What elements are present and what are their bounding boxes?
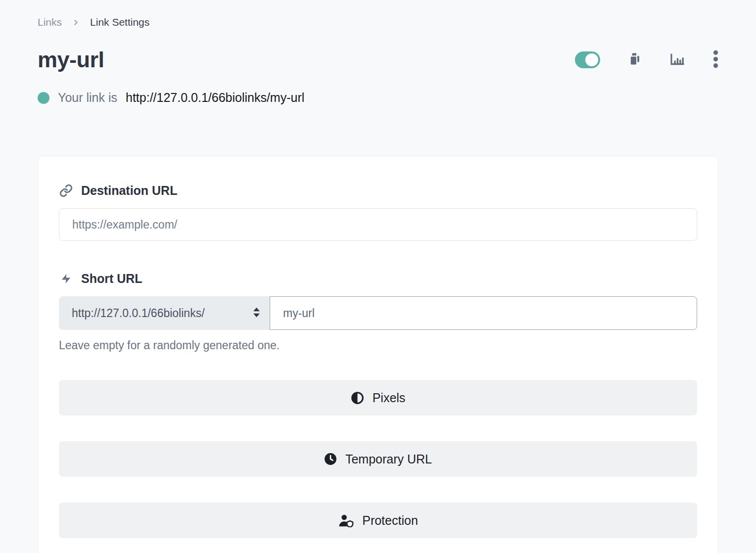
domain-select-value: http://127.0.0.1/66biolinks/ bbox=[72, 307, 205, 320]
select-arrows-icon bbox=[252, 307, 261, 320]
copy-link-button[interactable] bbox=[628, 52, 642, 68]
temporary-url-button[interactable]: Temporary URL bbox=[59, 441, 697, 477]
pixels-button-label: Pixels bbox=[373, 391, 406, 405]
pixels-button[interactable]: Pixels bbox=[59, 380, 697, 415]
header-row: my-url bbox=[38, 47, 718, 73]
breadcrumb-current: Link Settings bbox=[90, 16, 149, 28]
protection-button[interactable]: Protection bbox=[59, 503, 697, 538]
temporary-url-button-label: Temporary URL bbox=[345, 452, 432, 466]
breadcrumb-links[interactable]: Links bbox=[38, 16, 62, 28]
breadcrumb: Links Link Settings bbox=[38, 16, 718, 28]
kebab-menu-icon bbox=[713, 50, 718, 70]
short-url-help-text: Leave empty for a randomly generated one… bbox=[59, 339, 697, 352]
zap-icon bbox=[59, 273, 73, 285]
adjust-icon bbox=[351, 391, 364, 405]
page-title: my-url bbox=[38, 47, 104, 73]
short-link-url[interactable]: http://127.0.0.1/66biolinks/my-url bbox=[126, 91, 304, 105]
short-url-label-row: Short URL bbox=[59, 272, 697, 286]
short-url-input[interactable] bbox=[270, 296, 697, 330]
link-settings-page: Links Link Settings my-url bbox=[0, 0, 756, 553]
toggle-knob bbox=[585, 53, 598, 66]
copy-icon bbox=[628, 52, 642, 68]
more-options-button[interactable] bbox=[713, 50, 718, 70]
link-icon bbox=[59, 184, 73, 197]
short-url-section: Short URL http://127.0.0.1/66biolinks/ L… bbox=[59, 272, 697, 352]
short-url-row: http://127.0.0.1/66biolinks/ bbox=[59, 296, 697, 330]
link-active-toggle[interactable] bbox=[575, 51, 600, 68]
short-url-label: Short URL bbox=[81, 272, 142, 286]
user-shield-icon bbox=[338, 514, 354, 527]
domain-select[interactable]: http://127.0.0.1/66biolinks/ bbox=[59, 296, 270, 330]
bar-chart-icon bbox=[670, 52, 685, 67]
chevron-right-icon bbox=[72, 18, 80, 27]
clock-icon bbox=[324, 453, 337, 465]
link-settings-card: Destination URL Short URL http://127.0.0… bbox=[38, 156, 718, 553]
status-row: Your link is http://127.0.0.1/66biolinks… bbox=[38, 91, 718, 105]
link-controls bbox=[575, 50, 718, 70]
destination-url-label-row: Destination URL bbox=[59, 184, 697, 198]
destination-url-input[interactable] bbox=[59, 208, 697, 241]
status-dot-icon bbox=[38, 92, 49, 104]
destination-url-label: Destination URL bbox=[81, 184, 177, 198]
statistics-button[interactable] bbox=[670, 52, 685, 67]
protection-button-label: Protection bbox=[362, 513, 418, 528]
status-text: Your link is bbox=[58, 91, 117, 105]
